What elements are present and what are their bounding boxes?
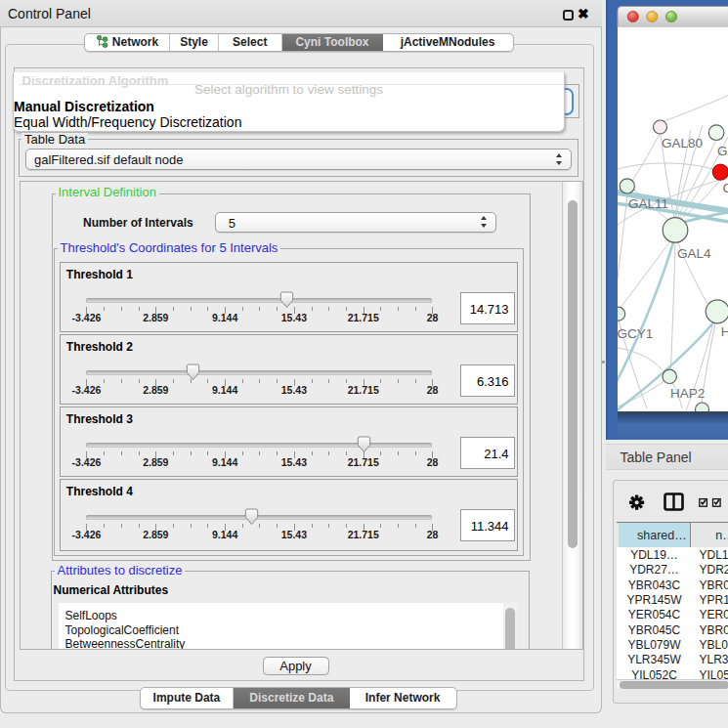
svg-text:GAL80: GAL80 [662,136,703,150]
svg-text:GA: GA [717,144,728,158]
svg-text:HAP2: HAP2 [669,386,704,401]
svg-text:H: H [720,324,728,339]
svg-text:GAL4: GAL4 [677,246,711,261]
svg-text:GCY1: GCY1 [617,326,653,341]
svg-text:GAL11: GAL11 [628,196,668,211]
svg-text:C: C [722,181,728,195]
